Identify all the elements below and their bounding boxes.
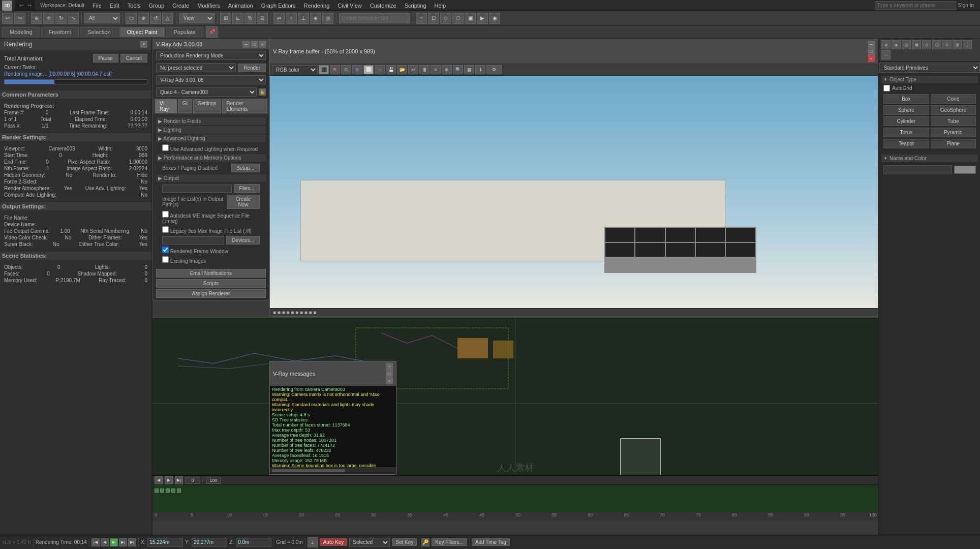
end-frame-input[interactable]: [206, 477, 221, 484]
fb-zoom-btn[interactable]: 🔍: [453, 65, 463, 74]
ribbon-pin-btn[interactable]: 📌: [206, 26, 218, 38]
vray-tab-vray[interactable]: V-Ray: [155, 99, 177, 113]
vray-render-btn[interactable]: Render: [238, 64, 266, 72]
mirror-btn[interactable]: ⇔: [273, 13, 285, 24]
perf-memory-hdr[interactable]: ▶ Performance and Memory Options: [156, 154, 266, 162]
rp-btn-2[interactable]: ◈: [892, 40, 901, 49]
isolate-btn[interactable]: ◎: [322, 13, 333, 24]
menu-group[interactable]: Group: [144, 2, 168, 10]
obj-type-torus[interactable]: Torus: [883, 128, 929, 137]
auto-key-btn[interactable]: Auto Key: [320, 538, 348, 546]
filter-dropdown[interactable]: All: [84, 13, 120, 23]
fb-blue-btn[interactable]: B: [352, 65, 362, 74]
search-input[interactable]: [875, 1, 956, 10]
vray-viewport-dropdown[interactable]: Quad 4 - Camera003: [156, 87, 257, 97]
fb-settings-btn[interactable]: ⚙: [486, 65, 502, 74]
create-now-btn[interactable]: Create Now: [227, 195, 260, 209]
redo-btn[interactable]: ↪: [25, 3, 34, 8]
fb-green-btn[interactable]: G: [341, 65, 351, 74]
pause-btn[interactable]: Pause: [93, 54, 118, 63]
snap-btn[interactable]: ⊞: [220, 13, 231, 24]
spinner-snap-btn[interactable]: ⊟: [257, 13, 268, 24]
files-btn[interactable]: Files...: [234, 184, 260, 193]
menu-tools[interactable]: Tools: [124, 2, 145, 10]
curve-editor-btn[interactable]: ~: [416, 13, 427, 24]
rp-btn-1[interactable]: ⊕: [881, 40, 891, 49]
rp-btn-8[interactable]: ⊞: [953, 40, 962, 49]
output-hdr[interactable]: ▶ Output: [156, 174, 266, 182]
anim-prev-btn[interactable]: ◀: [101, 538, 109, 546]
select-btn[interactable]: ⊕: [31, 13, 42, 24]
fb-open-btn[interactable]: 📂: [397, 65, 407, 74]
autodesk-me-check[interactable]: [162, 211, 169, 218]
undo-toolbar-btn[interactable]: ↩: [2, 13, 13, 24]
rp-btn-3[interactable]: ◎: [902, 40, 911, 49]
fb-white-btn[interactable]: ⬜: [363, 65, 374, 74]
vray-lock-btn[interactable]: 🔒: [259, 88, 266, 96]
key-frame-marker[interactable]: [166, 489, 170, 493]
tab-selection[interactable]: Selection: [80, 27, 118, 37]
vray-msg-minimize-btn[interactable]: ─: [386, 363, 393, 370]
vray-mode-dropdown[interactable]: Production Rendering Mode: [156, 51, 266, 60]
menu-help[interactable]: Help: [431, 2, 450, 10]
rp-btn-9[interactable]: ⋮: [963, 40, 972, 49]
x-coord-field[interactable]: [147, 538, 183, 547]
z-coord-field[interactable]: [236, 538, 271, 547]
magnet-btn[interactable]: ⊥: [308, 537, 318, 547]
fb-color-picker-btn[interactable]: ⬛: [319, 65, 329, 74]
obj-type-cylinder[interactable]: Cylinder: [883, 116, 929, 126]
sign-in-btn[interactable]: Sign In: [958, 3, 974, 8]
add-time-tag-btn[interactable]: Add Time Tag: [472, 538, 510, 546]
render-btn[interactable]: ▶: [477, 13, 488, 24]
vray-fb-minimize-btn[interactable]: ─: [868, 41, 875, 48]
frame-input[interactable]: [185, 477, 200, 484]
fb-track-btn[interactable]: ⊕: [442, 65, 452, 74]
key-filter-icon[interactable]: 🔑: [421, 538, 430, 546]
anim-last-btn[interactable]: ▶|: [128, 538, 136, 546]
tab-freeform[interactable]: Freeform: [41, 27, 79, 37]
fb-clear-btn[interactable]: 🗑: [419, 65, 430, 74]
menu-rendering[interactable]: Rendering: [300, 2, 334, 10]
angle-snap-btn[interactable]: ⊾: [232, 13, 243, 24]
menu-edit[interactable]: Edit: [106, 2, 124, 10]
cancel-btn[interactable]: Cancel: [120, 54, 147, 63]
rotate-tool-btn[interactable]: ↺: [150, 13, 161, 24]
rect-select-btn[interactable]: ▭: [126, 13, 137, 24]
fb-undo-btn[interactable]: ↩: [408, 65, 418, 74]
scale-btn[interactable]: ⤡: [68, 13, 79, 24]
setup-btn[interactable]: Setup...: [231, 164, 260, 172]
legacy-3ds-check[interactable]: [162, 226, 169, 233]
rp-btn-5[interactable]: ◇: [922, 40, 931, 49]
vray-close-btn[interactable]: ×: [259, 41, 266, 48]
align-btn[interactable]: ≡: [286, 13, 297, 24]
set-key-btn[interactable]: Set Key: [392, 538, 417, 546]
msg-scroll-thumb[interactable]: [272, 469, 345, 472]
timeline-prev-btn[interactable]: ◀: [155, 476, 163, 484]
vray-fb-close-btn[interactable]: ×: [868, 55, 875, 62]
rendered-frame-check[interactable]: [162, 247, 169, 253]
existing-images-check[interactable]: [162, 256, 169, 263]
anim-play-btn[interactable]: ▶: [110, 538, 118, 546]
output-path-field[interactable]: [162, 185, 232, 193]
lighting-hdr[interactable]: ▶ Lighting: [156, 126, 266, 134]
vray-tab-gi[interactable]: GI: [178, 99, 193, 113]
primitives-dropdown[interactable]: Standard Primitives: [879, 63, 980, 73]
object-type-hdr[interactable]: ▼ Object Type: [881, 76, 978, 83]
obj-type-teapot[interactable]: Teapot: [883, 139, 929, 148]
menu-scripting[interactable]: Scripting: [401, 2, 431, 10]
render-frame-btn[interactable]: ▣: [465, 13, 476, 24]
vray-minimize-btn[interactable]: ─: [242, 41, 250, 48]
menu-customize[interactable]: Customize: [366, 2, 401, 10]
fb-lut-btn[interactable]: ≡: [431, 65, 441, 74]
fb-red-btn[interactable]: R: [330, 65, 340, 74]
redo-toolbar-btn[interactable]: ↪: [14, 13, 25, 24]
anim-first-btn[interactable]: |◀: [91, 538, 100, 546]
use-adv-lighting-check[interactable]: [162, 144, 169, 151]
tab-object-paint[interactable]: Object Paint: [119, 27, 165, 37]
vray-msg-restore-btn[interactable]: □: [386, 370, 393, 377]
advanced-lighting-hdr[interactable]: ▶ Advanced Lighting: [156, 135, 266, 142]
render-setup-btn[interactable]: ⬡: [452, 13, 464, 24]
scale-tool-btn[interactable]: △: [162, 13, 173, 24]
color-mode-dropdown[interactable]: RGB color: [272, 65, 318, 74]
percent-snap-btn[interactable]: %: [244, 13, 256, 24]
